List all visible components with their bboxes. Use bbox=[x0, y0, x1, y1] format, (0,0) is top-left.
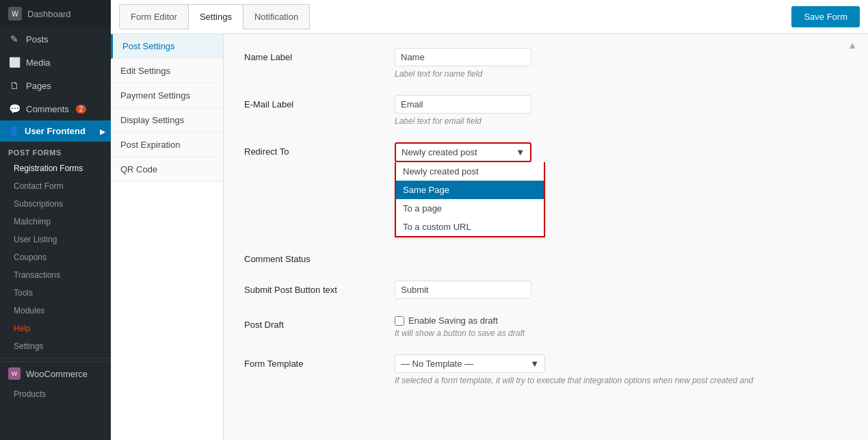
submit-btn-text-row: Submit Post Button text bbox=[244, 281, 847, 299]
email-label-row: E-Mail Label Label text for email field bbox=[244, 95, 847, 126]
redirect-option-same-page[interactable]: Same Page bbox=[396, 181, 544, 199]
media-icon: ⬜ bbox=[8, 56, 21, 68]
redirect-option-newly-created[interactable]: Newly created post bbox=[396, 162, 544, 181]
sidebar-sub-contact-form[interactable]: Contact Form bbox=[0, 177, 111, 195]
post-draft-label: Post Draft bbox=[244, 315, 381, 330]
user-frontend-icon: 👤 bbox=[8, 126, 19, 136]
redirect-dropdown: Newly created post Same Page To a page T… bbox=[395, 162, 545, 237]
submit-btn-control bbox=[395, 281, 847, 299]
email-label-hint: Label text for email field bbox=[395, 116, 847, 126]
tab-form-editor[interactable]: Form Editor bbox=[119, 4, 189, 29]
sidebar: W Dashboard ✎ Posts ⬜ Media 🗋 Pages 💬 Co… bbox=[0, 0, 111, 440]
form-template-row: Form Template — No Template — ▼ If selec… bbox=[244, 354, 847, 385]
post-draft-control: Enable Saving as draft It will show a bu… bbox=[395, 315, 847, 338]
email-label-label: E-Mail Label bbox=[244, 95, 381, 109]
save-form-button[interactable]: Save Form bbox=[791, 6, 860, 27]
media-label: Media bbox=[26, 57, 50, 68]
woocommerce-label: WooCommerce bbox=[26, 369, 88, 379]
redirect-wrapper: Newly created post ▼ Newly created post … bbox=[395, 142, 847, 162]
sidebar-sub-registration-forms[interactable]: Registration Forms bbox=[0, 159, 111, 177]
sidebar-item-user-frontend[interactable]: 👤 User Frontend bbox=[0, 120, 111, 142]
settings-panel: ▲ Name Label Label text for name field E… bbox=[224, 34, 868, 440]
woocommerce-icon: W bbox=[8, 367, 21, 380]
left-settings-nav: Post Settings Edit Settings Payment Sett… bbox=[111, 34, 224, 440]
name-label-row: Name Label Label text for name field bbox=[244, 48, 847, 79]
sidebar-item-posts[interactable]: ✎ Posts bbox=[0, 27, 111, 51]
name-label-label: Name Label bbox=[244, 48, 381, 62]
comment-status-label: Comment Status bbox=[244, 250, 381, 264]
tab-notification[interactable]: Notification bbox=[243, 4, 310, 29]
post-draft-checkbox[interactable] bbox=[395, 316, 404, 326]
nav-qr-code[interactable]: QR Code bbox=[111, 157, 223, 182]
sidebar-divider bbox=[0, 358, 111, 359]
sidebar-sub-mailchimp[interactable]: Mailchimp bbox=[0, 213, 111, 231]
main-content: Form Editor Settings Notification Save F… bbox=[111, 0, 868, 440]
sidebar-item-pages[interactable]: 🗋 Pages bbox=[0, 74, 111, 97]
redirect-to-label: Redirect To bbox=[244, 142, 381, 157]
dashboard-item[interactable]: W Dashboard bbox=[0, 0, 111, 27]
form-template-control: — No Template — ▼ If selected a form tem… bbox=[395, 354, 847, 385]
post-forms-section: Post Forms bbox=[0, 142, 111, 159]
comments-label: Comments bbox=[26, 104, 69, 114]
comment-status-row: Comment Status bbox=[244, 250, 847, 264]
dashboard-label: Dashboard bbox=[27, 9, 71, 19]
form-template-label: Form Template bbox=[244, 354, 381, 369]
redirect-option-to-page[interactable]: To a page bbox=[396, 199, 544, 218]
email-label-input[interactable] bbox=[395, 95, 531, 114]
form-template-select[interactable]: — No Template — ▼ bbox=[395, 354, 545, 373]
user-frontend-label: User Frontend bbox=[25, 126, 86, 136]
sidebar-sub-subscriptions[interactable]: Subscriptions bbox=[0, 195, 111, 213]
redirect-option-custom-url[interactable]: To a custom URL bbox=[396, 218, 544, 236]
comments-icon: 💬 bbox=[8, 103, 21, 115]
sidebar-sub-user-listing[interactable]: User Listing bbox=[0, 231, 111, 248]
name-label-hint: Label text for name field bbox=[395, 69, 847, 79]
sidebar-item-media[interactable]: ⬜ Media bbox=[0, 51, 111, 74]
name-label-input[interactable] bbox=[395, 48, 531, 66]
submit-btn-input[interactable] bbox=[395, 281, 531, 299]
tab-settings[interactable]: Settings bbox=[188, 4, 244, 29]
form-template-arrow: ▼ bbox=[530, 359, 539, 369]
pages-label: Pages bbox=[26, 81, 51, 91]
scroll-up-button[interactable]: ▲ bbox=[847, 40, 857, 51]
redirect-dropdown-arrow: ▼ bbox=[516, 147, 525, 157]
nav-payment-settings[interactable]: Payment Settings bbox=[111, 83, 223, 108]
sidebar-item-comments[interactable]: 💬 Comments 2 bbox=[0, 97, 111, 120]
wp-logo-icon: W bbox=[8, 7, 22, 21]
form-template-value: — No Template — bbox=[401, 359, 473, 369]
submit-btn-label: Submit Post Button text bbox=[244, 281, 381, 295]
name-label-control: Label text for name field bbox=[395, 48, 847, 79]
top-tab-bar: Form Editor Settings Notification Save F… bbox=[111, 0, 868, 34]
sidebar-sub-modules[interactable]: Modules bbox=[0, 302, 111, 320]
content-area: Post Settings Edit Settings Payment Sett… bbox=[111, 34, 868, 440]
post-draft-row: Post Draft Enable Saving as draft It wil… bbox=[244, 315, 847, 338]
sidebar-sub-transactions[interactable]: Transactions bbox=[0, 266, 111, 284]
form-template-hint: If selected a form template, it will try… bbox=[395, 376, 847, 385]
post-draft-checkbox-row: Enable Saving as draft bbox=[395, 315, 847, 326]
sidebar-sub-help[interactable]: Help bbox=[0, 320, 111, 337]
sidebar-sub-tools[interactable]: Tools bbox=[0, 284, 111, 302]
nav-edit-settings[interactable]: Edit Settings bbox=[111, 59, 223, 83]
pages-icon: 🗋 bbox=[8, 79, 21, 92]
redirect-selected-value: Newly created post bbox=[402, 147, 477, 157]
nav-post-settings[interactable]: Post Settings bbox=[111, 34, 223, 59]
sidebar-sub-settings[interactable]: Settings bbox=[0, 337, 111, 355]
sidebar-sub-products[interactable]: Products bbox=[0, 385, 111, 403]
nav-display-settings[interactable]: Display Settings bbox=[111, 108, 223, 133]
sidebar-sub-coupons[interactable]: Coupons bbox=[0, 248, 111, 266]
sidebar-item-woocommerce[interactable]: W WooCommerce bbox=[0, 361, 111, 385]
comments-badge: 2 bbox=[76, 105, 87, 114]
post-draft-hint: It will show a button to save as draft bbox=[395, 328, 847, 338]
email-label-control: Label text for email field bbox=[395, 95, 847, 126]
nav-post-expiration[interactable]: Post Expiration bbox=[111, 133, 223, 157]
redirect-to-control: Newly created post ▼ Newly created post … bbox=[395, 142, 847, 233]
posts-icon: ✎ bbox=[8, 33, 21, 45]
redirect-to-row: Redirect To Newly created post ▼ Newly c… bbox=[244, 142, 847, 233]
post-draft-checkbox-label: Enable Saving as draft bbox=[408, 315, 498, 326]
redirect-select-display[interactable]: Newly created post ▼ bbox=[395, 142, 531, 162]
posts-label: Posts bbox=[26, 34, 49, 44]
